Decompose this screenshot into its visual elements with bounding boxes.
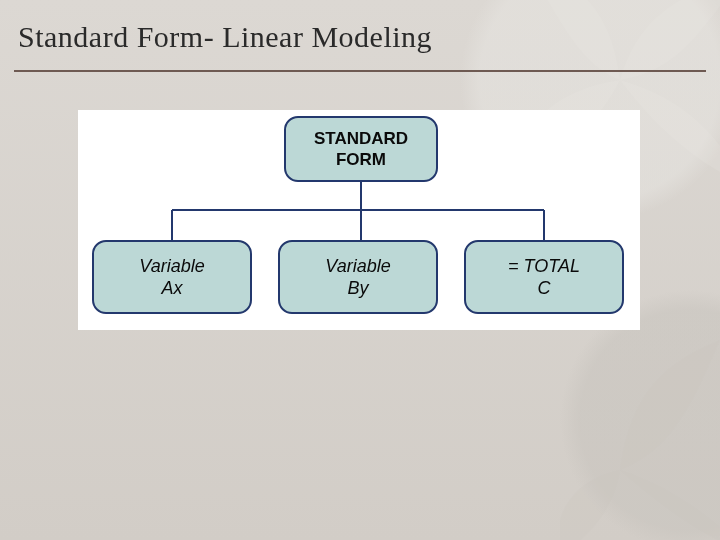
node-child-line1: = TOTAL xyxy=(466,255,622,278)
title-underline xyxy=(14,70,706,72)
node-root-line2: FORM xyxy=(286,149,436,170)
node-variable-ax: Variable Ax xyxy=(92,240,252,314)
node-variable-by: Variable By xyxy=(278,240,438,314)
node-child-line2: By xyxy=(280,277,436,300)
node-child-line2: Ax xyxy=(94,277,250,300)
slide: Standard Form- Linear Modeling STANDARD … xyxy=(0,0,720,540)
page-title: Standard Form- Linear Modeling xyxy=(18,20,432,54)
node-child-line1: Variable xyxy=(94,255,250,278)
node-root: STANDARD FORM xyxy=(284,116,438,182)
leaf-decor-bottom xyxy=(560,330,720,540)
node-root-line1: STANDARD xyxy=(286,128,436,149)
node-child-line1: Variable xyxy=(280,255,436,278)
diagram-panel: STANDARD FORM Variable Ax Variable By = … xyxy=(78,110,640,330)
node-total-c: = TOTAL C xyxy=(464,240,624,314)
node-child-line2: C xyxy=(466,277,622,300)
